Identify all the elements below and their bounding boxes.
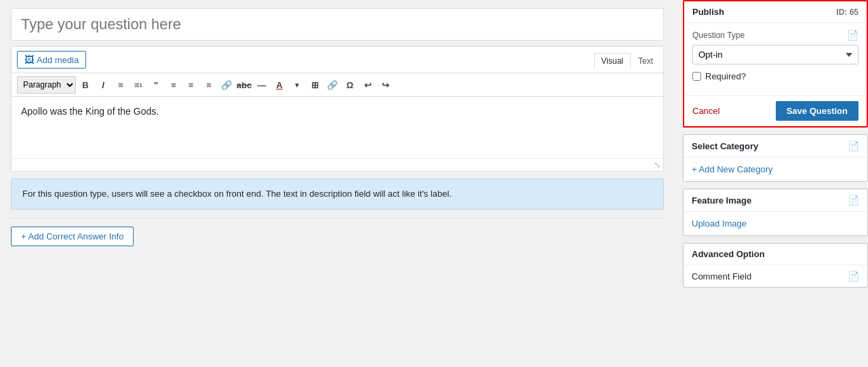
separator bbox=[11, 218, 664, 218]
required-checkbox[interactable] bbox=[692, 72, 701, 81]
strikethrough-button[interactable]: abc bbox=[236, 77, 252, 93]
publish-panel-header: Publish ID: 65 bbox=[684, 1, 867, 23]
bold-button[interactable]: B bbox=[77, 77, 94, 93]
comment-field-icon[interactable]: 📄 bbox=[848, 271, 859, 282]
editor-tabs: Visual Text bbox=[591, 52, 663, 68]
upload-image-link[interactable]: Upload Image bbox=[692, 218, 747, 229]
question-title-input[interactable] bbox=[11, 8, 664, 41]
tab-visual[interactable]: Visual bbox=[594, 53, 631, 69]
italic-button[interactable]: I bbox=[95, 77, 111, 93]
feature-image-title: Feature Image bbox=[692, 195, 751, 206]
add-media-button[interactable]: 🖼 Add media bbox=[17, 51, 86, 69]
add-correct-answer-button[interactable]: + Add Correct Answer Info bbox=[11, 227, 134, 246]
category-panel-header: Select Category 📄 bbox=[684, 135, 867, 157]
align-right-button[interactable]: ≡ bbox=[201, 77, 217, 93]
advanced-title: Advanced Option bbox=[692, 249, 765, 259]
editor-content[interactable]: Apollo was the King of the Gods. bbox=[12, 97, 663, 158]
add-media-icon: 🖼 bbox=[24, 54, 34, 65]
comment-field-label: Comment Field bbox=[692, 271, 751, 282]
advanced-panel-header: Advanced Option bbox=[684, 244, 867, 265]
save-question-button[interactable]: Save Question bbox=[776, 101, 859, 121]
tab-text[interactable]: Text bbox=[631, 53, 660, 69]
question-type-select[interactable]: Opt-in Multiple Choice True/False Short … bbox=[692, 45, 859, 64]
link-button[interactable]: 🔗 bbox=[218, 77, 235, 93]
publish-id: ID: 65 bbox=[836, 7, 859, 17]
category-panel-body: + Add New Category bbox=[684, 157, 867, 181]
blockquote-button[interactable]: " bbox=[148, 77, 164, 93]
align-center-button[interactable]: ≡ bbox=[183, 77, 199, 93]
category-icon[interactable]: 📄 bbox=[848, 140, 859, 151]
paragraph-select[interactable]: Paragraph bbox=[17, 76, 76, 94]
question-type-label: Question Type 📄 bbox=[692, 30, 859, 41]
required-label: Required? bbox=[705, 71, 746, 81]
redo-button[interactable]: ↪ bbox=[377, 77, 393, 93]
publish-panel-actions: Cancel Save Question bbox=[684, 95, 867, 126]
feature-image-panel: Feature Image 📄 Upload Image bbox=[683, 189, 868, 236]
feature-image-icon[interactable]: 📄 bbox=[848, 195, 859, 206]
sidebar: Publish ID: 65 Question Type 📄 Opt-in Mu… bbox=[675, 0, 868, 367]
align-left-button[interactable]: ≡ bbox=[165, 77, 182, 93]
question-type-icon[interactable]: 📄 bbox=[847, 30, 859, 41]
unlink-button[interactable]: 🔗 bbox=[324, 77, 340, 93]
special-char-button[interactable]: Ω bbox=[342, 77, 358, 93]
editor-box: 🖼 Add media Visual Text Paragraph B I ≡ … bbox=[11, 46, 664, 172]
publish-panel: Publish ID: 65 Question Type 📄 Opt-in Mu… bbox=[683, 0, 868, 128]
editor-text: Apollo was the King of the Gods. bbox=[21, 106, 159, 117]
feature-image-body: Upload Image bbox=[684, 212, 867, 235]
comment-field-row: Comment Field 📄 bbox=[684, 265, 867, 287]
question-type-text: Question Type bbox=[692, 31, 745, 40]
cancel-link[interactable]: Cancel bbox=[692, 106, 719, 116]
question-info-box: For this question type, users will see a… bbox=[11, 178, 664, 210]
media-button[interactable]: ⊞ bbox=[307, 77, 323, 93]
publish-panel-body: Question Type 📄 Opt-in Multiple Choice T… bbox=[684, 23, 867, 95]
publish-title: Publish bbox=[692, 7, 724, 17]
info-box-text: For this question type, users will see a… bbox=[22, 189, 452, 199]
required-row: Required? bbox=[692, 71, 859, 81]
unordered-list-button[interactable]: ≡ bbox=[113, 77, 129, 93]
add-new-category-link[interactable]: + Add New Category bbox=[692, 164, 773, 174]
advanced-panel: Advanced Option Comment Field 📄 bbox=[683, 243, 868, 288]
text-color-button[interactable]: A bbox=[271, 77, 288, 93]
feature-image-header: Feature Image 📄 bbox=[684, 189, 867, 212]
category-title: Select Category bbox=[692, 141, 758, 151]
editor-resize-handle[interactable]: ⤡ bbox=[12, 158, 663, 171]
undo-button[interactable]: ↩ bbox=[359, 77, 376, 93]
editor-toolbar: Paragraph B I ≡ ≡1 " ≡ ≡ ≡ 🔗 abc — A ▼ ⊞… bbox=[12, 73, 663, 97]
category-panel: Select Category 📄 + Add New Category bbox=[683, 134, 868, 182]
ordered-list-button[interactable]: ≡1 bbox=[130, 77, 146, 93]
add-correct-answer-label: + Add Correct Answer Info bbox=[21, 231, 123, 242]
add-media-label: Add media bbox=[37, 55, 79, 65]
text-color-dropdown[interactable]: ▼ bbox=[289, 77, 305, 93]
horizontal-rule-button[interactable]: — bbox=[254, 77, 270, 93]
